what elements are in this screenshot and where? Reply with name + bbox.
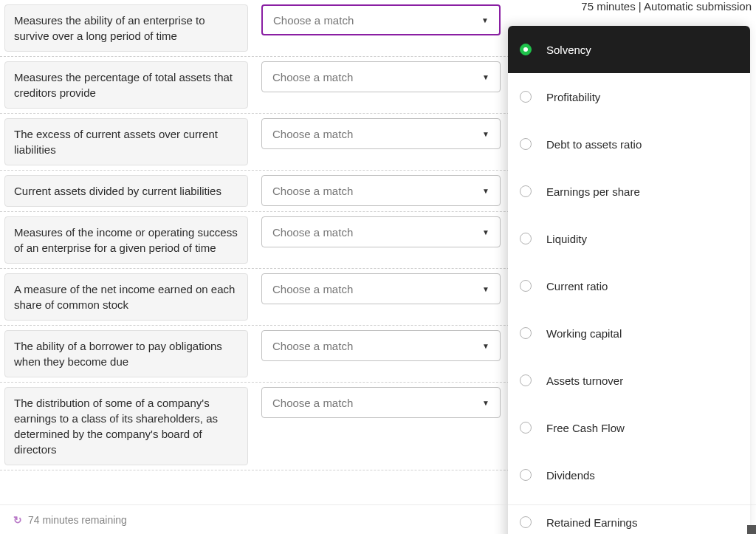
option-item[interactable]: Earnings per share [508, 168, 750, 215]
question-prompt: A measure of the net income earned on ea… [4, 273, 248, 321]
chevron-down-icon: ▼ [482, 130, 489, 138]
question-row: The distribution of some of a company's … [0, 383, 546, 470]
option-item[interactable]: Liquidity [508, 215, 750, 262]
chevron-down-icon: ▼ [482, 285, 489, 293]
radio-icon [520, 469, 532, 481]
radio-icon [520, 185, 532, 197]
question-prompt: Measures the ability of an enterprise to… [4, 4, 248, 52]
radio-icon [520, 374, 532, 386]
match-dropdown[interactable]: Choose a match▼ [261, 387, 501, 418]
option-item[interactable]: Debt to assets ratio [508, 120, 750, 168]
match-dropdown[interactable]: Choose a match▼ [261, 61, 501, 92]
matching-question-area: Measures the ability of an enterprise to… [0, 0, 546, 493]
chevron-down-icon: ▼ [482, 342, 489, 350]
dropdown-placeholder: Choose a match [272, 340, 353, 352]
question-prompt: The ability of a borrower to pay obligat… [4, 330, 248, 377]
question-row: A measure of the net income earned on ea… [0, 269, 546, 326]
question-prompt: Measures the percentage of total assets … [4, 61, 248, 109]
option-label: Debt to assets ratio [546, 138, 642, 151]
option-label: Profitability [546, 91, 600, 103]
footer-bar: ↻ 74 minutes remaining [0, 504, 756, 534]
option-item[interactable]: Profitability [508, 73, 750, 120]
time-limit-text: 75 minutes | Automatic submission [581, 0, 756, 17]
radio-icon [520, 422, 532, 434]
question-prompt: Measures of the income or operating succ… [4, 216, 248, 264]
question-prompt: Current assets divided by current liabil… [4, 175, 248, 207]
chevron-down-icon: ▼ [482, 187, 489, 195]
question-row: The ability of a borrower to pay obligat… [0, 326, 546, 383]
chevron-down-icon: ▼ [482, 73, 489, 81]
option-item[interactable]: Free Cash Flow [508, 404, 750, 451]
match-dropdown[interactable]: Choose a match▼ [261, 4, 501, 35]
question-row: Measures the percentage of total assets … [0, 57, 546, 114]
radio-icon [520, 280, 532, 292]
radio-icon [520, 327, 532, 339]
match-dropdown[interactable]: Choose a match▼ [261, 330, 501, 361]
chevron-down-icon: ▼ [482, 399, 489, 407]
dropdown-placeholder: Choose a match [272, 397, 353, 409]
option-label: Solvency [546, 44, 591, 56]
match-dropdown[interactable]: Choose a match▼ [261, 175, 501, 206]
match-dropdown[interactable]: Choose a match▼ [261, 216, 501, 247]
question-row: Measures the ability of an enterprise to… [0, 0, 546, 57]
question-row: Current assets divided by current liabil… [0, 171, 546, 212]
question-row: The excess of current assets over curren… [0, 114, 546, 171]
dropdown-placeholder: Choose a match [272, 128, 353, 140]
option-label: Earnings per share [546, 185, 640, 198]
option-item[interactable]: Working capital [508, 309, 750, 357]
match-dropdown[interactable]: Choose a match▼ [261, 118, 501, 149]
radio-icon [520, 138, 532, 150]
dropdown-placeholder: Choose a match [273, 14, 354, 27]
option-item[interactable]: Current ratio [508, 262, 750, 309]
option-label: Assets turnover [546, 374, 623, 387]
time-remaining-text: 74 minutes remaining [28, 514, 127, 526]
radio-icon [520, 91, 532, 103]
dropdown-placeholder: Choose a match [272, 226, 353, 239]
radio-icon [520, 233, 532, 244]
match-dropdown[interactable]: Choose a match▼ [261, 273, 501, 304]
option-item[interactable]: Solvency [508, 26, 750, 73]
dropdown-placeholder: Choose a match [272, 283, 353, 295]
option-label: Liquidity [546, 233, 587, 245]
option-label: Current ratio [546, 280, 608, 292]
options-panel: SolvencyProfitabilityDebt to assets rati… [508, 26, 750, 534]
option-item[interactable]: Assets turnover [508, 357, 750, 404]
scrollbar-corner [747, 525, 756, 534]
dropdown-placeholder: Choose a match [272, 185, 353, 197]
option-label: Dividends [546, 469, 595, 482]
question-prompt: The distribution of some of a company's … [4, 387, 248, 465]
question-prompt: The excess of current assets over curren… [4, 118, 248, 165]
option-label: Free Cash Flow [546, 422, 625, 434]
chevron-down-icon: ▼ [481, 16, 489, 24]
dropdown-placeholder: Choose a match [272, 71, 353, 83]
radio-icon [520, 44, 532, 55]
question-row: Measures of the income or operating succ… [0, 212, 546, 269]
timer-icon: ↻ [13, 514, 22, 526]
option-item[interactable]: Dividends [508, 451, 750, 499]
chevron-down-icon: ▼ [482, 228, 489, 236]
option-label: Working capital [546, 327, 622, 340]
